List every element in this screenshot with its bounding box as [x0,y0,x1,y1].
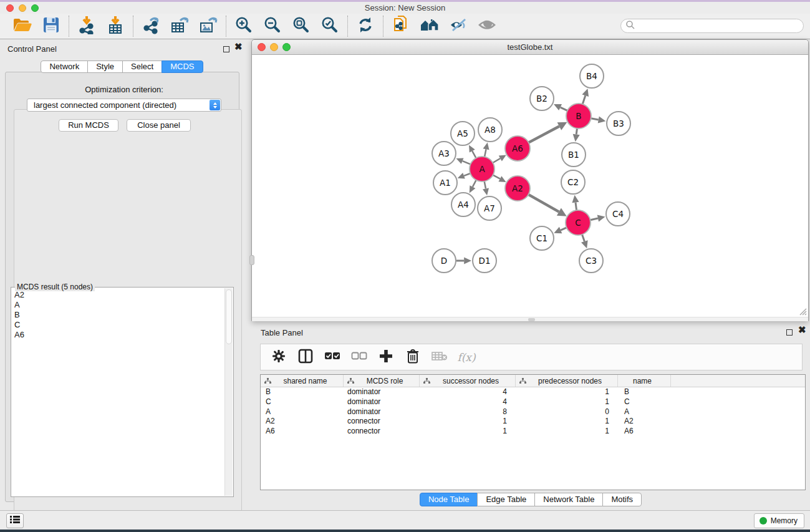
float-table-panel-icon[interactable] [786,329,793,336]
cell[interactable]: connector [344,417,420,427]
cell[interactable]: 1 [516,387,618,397]
search-input[interactable] [635,21,803,32]
delete-column-button[interactable] [405,349,421,365]
export-network-button[interactable] [141,16,161,36]
close-panel-icon[interactable]: ✖ [234,42,243,51]
table-row[interactable]: Adominator80A [261,407,805,417]
close-panel-button[interactable]: Close panel [127,119,191,132]
export-image-button[interactable] [198,16,218,36]
open-session-button[interactable] [12,16,32,36]
edge-C-C1[interactable] [561,228,567,230]
network-window-titlebar[interactable]: testGlobe.txt [252,40,808,55]
show-all-button[interactable] [477,16,497,36]
zoom-out-button[interactable] [263,16,282,36]
cell[interactable]: A [618,407,671,417]
zoom-in-button[interactable] [234,16,254,36]
cell[interactable]: A6 [261,427,344,437]
cell[interactable]: A2 [618,417,671,427]
tab-select[interactable]: Select [122,60,162,73]
table-row[interactable]: Cdominator41C [261,397,805,407]
mcds-result-list[interactable]: A2ABCA6 [12,290,224,496]
zoom-selected-button[interactable] [320,16,340,36]
tab-motifs[interactable]: Motifs [602,493,642,506]
node-table[interactable]: shared nameMCDS rolesuccessor nodesprede… [260,374,806,490]
network-vscroll-thumb[interactable] [249,255,254,265]
edge-B-B3[interactable] [591,118,599,120]
table-row[interactable]: A2connector11A2 [261,417,805,427]
tab-edge-table[interactable]: Edge Table [477,493,535,506]
cell[interactable]: dominator [344,407,420,417]
column-header-MCDS-role[interactable]: MCDS role [344,375,420,387]
cell[interactable]: 4 [420,387,516,397]
cell[interactable]: connector [344,427,420,437]
mcds-result-scrollbar[interactable] [224,288,233,496]
import-network-button[interactable] [77,16,97,36]
edge-A-A8[interactable] [485,149,486,157]
cell[interactable]: A [261,407,344,417]
cell[interactable]: dominator [344,397,420,407]
table-row[interactable]: Bdominator41B [261,387,805,397]
edge-A2-C[interactable] [528,195,559,212]
new-network-from-selection-button[interactable] [391,16,411,36]
cell[interactable]: 8 [420,407,516,417]
network-graph[interactable]: AA1A3A5A8A6A2A4A7BB1B2B3B4CC1C2C3C4DD1 [252,56,808,321]
run-mcds-button[interactable]: Run MCDS [59,119,118,132]
column-header-predecessor-nodes[interactable]: predecessor nodes [516,375,618,387]
search-field[interactable] [620,19,804,33]
close-table-panel-icon[interactable]: ✖ [798,326,806,334]
table-row[interactable]: A6connector11A6 [261,427,805,437]
cell[interactable]: dominator [344,387,420,397]
float-panel-icon[interactable] [223,46,229,52]
edge-A6-B[interactable] [529,126,559,142]
edge-A-A2[interactable] [493,175,500,179]
edge-A-A5[interactable] [472,151,476,158]
mcds-result-item[interactable]: A6 [12,330,224,340]
memory-button[interactable]: Memory [754,513,804,528]
function-builder-button[interactable]: f(x) [458,349,475,365]
apply-layout-button[interactable] [355,16,375,36]
tab-mcds[interactable]: MCDS [162,60,203,73]
cell[interactable]: C [618,397,671,407]
mcds-result-item[interactable]: A [12,300,224,310]
save-session-button[interactable] [41,16,61,36]
zoom-fit-button[interactable] [291,16,311,36]
edge-C-C2[interactable] [576,203,577,211]
column-header-name[interactable]: name [618,375,671,387]
edge-A-A1[interactable] [464,173,470,176]
cell[interactable]: 1 [420,427,516,437]
network-canvas[interactable]: AA1A3A5A8A6A2A4A7BB1B2B3B4CC1C2C3C4DD1 [252,56,808,321]
hide-selected-button[interactable] [448,16,468,36]
add-column-button[interactable] [378,349,394,365]
task-history-button[interactable] [6,513,24,528]
edge-C-C4[interactable] [591,218,598,220]
cell[interactable]: 0 [516,407,618,417]
tab-network[interactable]: Network [41,60,88,73]
export-table-button[interactable] [170,16,190,36]
edge-A-A7[interactable] [485,181,486,189]
edge-C-C3[interactable] [582,235,585,241]
import-table-button[interactable] [105,16,125,36]
select-all-button[interactable] [324,349,340,365]
network-hscrollbar[interactable] [252,317,808,321]
column-header-shared-name[interactable]: shared name [261,375,344,387]
edge-B-B2[interactable] [561,107,567,110]
edge-B-B1[interactable] [576,128,577,135]
edge-A-A3[interactable] [463,161,471,164]
cell[interactable]: 1 [516,417,618,427]
cell[interactable]: 1 [516,427,618,437]
tab-node-table[interactable]: Node Table [420,493,478,506]
show-columns-button[interactable] [297,349,314,365]
cell[interactable]: C [261,397,344,407]
cell[interactable]: 4 [420,397,516,407]
table-settings-button[interactable] [271,349,287,365]
resize-grip-icon[interactable] [798,307,807,316]
edge-A-A6[interactable] [493,158,500,163]
deselect-all-button[interactable] [351,349,367,365]
tab-network-table[interactable]: Network Table [534,493,603,506]
cell[interactable]: A2 [261,417,344,427]
edge-B-B4[interactable] [582,95,586,104]
mcds-result-item[interactable]: A2 [12,290,224,300]
home-button[interactable] [420,16,440,36]
mcds-result-item[interactable]: C [12,320,224,330]
column-header-successor-nodes[interactable]: successor nodes [420,375,516,387]
